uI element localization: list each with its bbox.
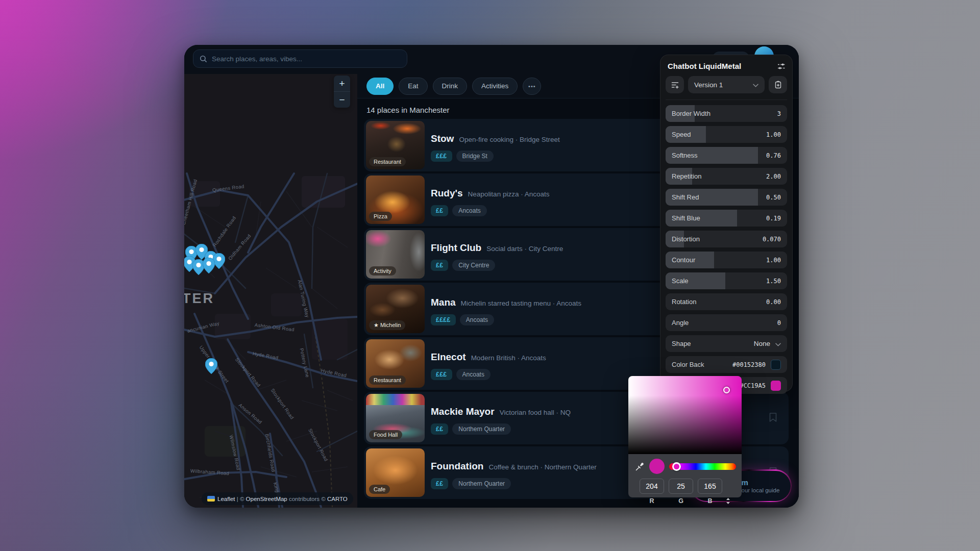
- place-name: Mana: [431, 297, 456, 308]
- slider-rotation[interactable]: Rotation 0.00: [666, 293, 787, 310]
- slider-shift-blue[interactable]: Shift Blue 0.19: [666, 210, 787, 227]
- slider-label: Scale: [672, 277, 689, 285]
- place-category-badge: Food Hall: [369, 430, 402, 439]
- place-info: Stow Open-fire cooking · Bridge Street £…: [431, 121, 560, 169]
- zoom-in-button[interactable]: +: [334, 76, 350, 91]
- red-input[interactable]: [640, 479, 664, 494]
- slider-label: Repetition: [672, 172, 702, 180]
- green-input[interactable]: [669, 479, 693, 494]
- color-tint-swatch[interactable]: [771, 381, 781, 391]
- saturation-value-area[interactable]: [628, 376, 742, 454]
- blue-input[interactable]: [698, 479, 722, 494]
- place-photo: Cafe: [366, 448, 425, 497]
- slider-label: Distortion: [672, 235, 700, 243]
- shape-value: None: [754, 340, 770, 347]
- slider-angle[interactable]: Angle 0: [666, 314, 787, 331]
- chevron-down-icon: [775, 339, 781, 348]
- slider-value: 0.76: [766, 152, 781, 159]
- filter-chip-all[interactable]: All: [366, 78, 394, 95]
- area-tag: Northern Quarter: [452, 478, 511, 489]
- ukraine-flag-icon: [207, 496, 215, 502]
- slider-value: 0.19: [766, 215, 781, 222]
- price-tag: ££: [431, 260, 448, 271]
- slider-label: Softness: [672, 152, 698, 159]
- place-info: Flight Club Social darts · City Centre £…: [431, 230, 563, 279]
- color-back-swatch[interactable]: [771, 360, 781, 370]
- zoom-out-button[interactable]: −: [334, 92, 350, 108]
- attribution-link[interactable]: Leaflet: [217, 496, 235, 502]
- area-tag: Bridge St: [456, 151, 494, 162]
- price-tag: £££: [431, 151, 452, 162]
- place-photo: Food Hall: [366, 394, 425, 442]
- chatbot-settings-panel: Chatbot LiquidMetal Version 1: [660, 55, 793, 392]
- slider-label: Shift Red: [672, 193, 699, 201]
- slider-value: 0.070: [763, 236, 781, 243]
- shape-dropdown-row[interactable]: Shape None: [666, 335, 787, 352]
- copy-settings-button[interactable]: [769, 76, 787, 93]
- color-back-value: #00152380: [732, 361, 766, 368]
- hue-cursor[interactable]: [672, 462, 681, 471]
- slider-value: 0.50: [766, 194, 781, 201]
- place-category-badge: Activity: [369, 266, 396, 276]
- place-photo: Restaurant: [366, 339, 425, 388]
- slider-value: 0.00: [766, 298, 781, 306]
- place-name: Elnecot: [431, 352, 466, 363]
- bookmark-icon[interactable]: [769, 412, 777, 424]
- color-back-row[interactable]: Color Back #00152380: [666, 356, 787, 373]
- slider-softness[interactable]: Softness 0.76: [666, 147, 787, 164]
- slider-label: Border Width: [672, 110, 710, 117]
- filter-chip-drink[interactable]: Drink: [433, 78, 468, 95]
- slider-border-width[interactable]: Border Width 3: [666, 105, 787, 122]
- search-input[interactable]: Search places, areas, vibes...: [193, 49, 407, 68]
- place-description: Open-fire cooking · Bridge Street: [459, 136, 559, 143]
- slider-shift-red[interactable]: Shift Red 0.50: [666, 189, 787, 206]
- more-filters-chip[interactable]: •••: [523, 78, 541, 95]
- place-photo: Restaurant: [366, 121, 425, 169]
- panel-title: Chatbot LiquidMetal: [668, 62, 741, 70]
- area-tag: Northern Quarter: [452, 423, 511, 435]
- slider-value: 1.00: [766, 131, 781, 138]
- current-color-swatch: [649, 459, 665, 474]
- filter-chip-activities[interactable]: Activities: [472, 78, 518, 95]
- slider-repetition[interactable]: Repetition 2.00: [666, 168, 787, 185]
- slider-value: 0: [777, 319, 781, 327]
- eyedropper-icon[interactable]: [635, 462, 645, 471]
- attribution-text: | ©: [235, 496, 246, 502]
- color-picker-popup: R G B: [628, 376, 742, 497]
- place-name: Stow: [431, 133, 454, 144]
- hue-slider[interactable]: [669, 463, 736, 470]
- slider-label: Shift Blue: [672, 214, 700, 222]
- place-name: Foundation: [431, 461, 483, 472]
- map-pin[interactable]: [205, 358, 217, 374]
- red-label: R: [640, 497, 664, 505]
- place-photo: Pizza: [366, 176, 425, 224]
- place-category-badge: Restaurant: [369, 375, 406, 385]
- place-category-badge: Pizza: [369, 212, 392, 221]
- attribution-link[interactable]: CARTO: [327, 496, 348, 502]
- slider-contour[interactable]: Contour 1.00: [666, 252, 787, 268]
- area-tag: City Centre: [452, 260, 495, 271]
- place-photo: ★ Michelin: [366, 285, 425, 333]
- filter-chip-eat[interactable]: Eat: [399, 78, 427, 95]
- sv-cursor[interactable]: [723, 387, 730, 393]
- tweaks-icon[interactable]: [777, 62, 786, 70]
- slider-distortion[interactable]: Distortion 0.070: [666, 231, 787, 247]
- attribution-link[interactable]: OpenStreetMap: [246, 496, 287, 502]
- slider-value: 1.50: [766, 278, 781, 285]
- place-name: Mackie Mayor: [431, 406, 495, 417]
- sliders-group: Border Width 3 Speed 1.00 Softness 0.76 …: [666, 105, 787, 331]
- version-select[interactable]: Version 1: [688, 76, 765, 93]
- slider-scale[interactable]: Scale 1.50: [666, 272, 787, 289]
- price-tag: ££: [431, 423, 448, 435]
- price-tag: ££: [431, 205, 448, 216]
- slider-value: 2.00: [766, 173, 781, 180]
- map-pin[interactable]: [203, 258, 215, 273]
- color-mode-toggle-icon[interactable]: [726, 498, 730, 504]
- add-preset-button[interactable]: [666, 76, 684, 93]
- green-label: G: [669, 497, 693, 505]
- chatbot-subtitle-fragment: our local guide: [742, 487, 791, 494]
- map[interactable]: Queens RoadCheetham Hill RoadRochdale Ro…: [184, 74, 357, 508]
- slider-speed[interactable]: Speed 1.00: [666, 126, 787, 143]
- price-tag: ££: [431, 478, 448, 489]
- place-category-badge: Restaurant: [369, 157, 406, 166]
